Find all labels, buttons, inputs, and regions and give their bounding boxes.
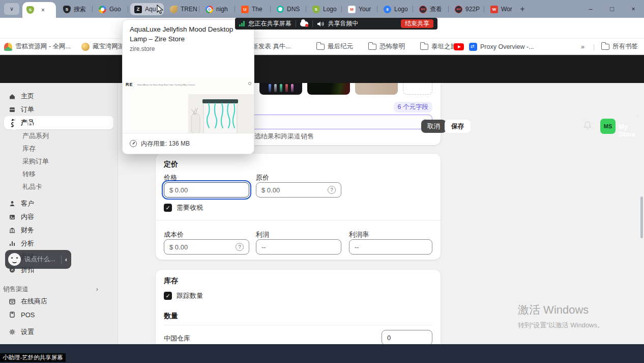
screenshare-chat-overlay[interactable]: 说点什么... ‹ <box>5 250 71 269</box>
browser-tab[interactable]: 查看 <box>415 3 449 15</box>
brand-name: shopify <box>22 119 55 130</box>
margin-input[interactable]: -- <box>349 239 432 255</box>
checkbox-checked-icon[interactable]: ✓ <box>164 204 172 212</box>
sidebar-item-pos[interactable]: POS <box>0 308 118 321</box>
header-collapse-icon[interactable]: ‹ <box>636 112 638 119</box>
mouse-cursor <box>157 5 163 14</box>
sidebar-item-online-store[interactable]: 在线商店 <box>0 295 118 308</box>
all-bookmarks-button[interactable]: 所有书签 <box>601 39 638 54</box>
browser-tab[interactable]: The <box>237 3 271 15</box>
end-share-button[interactable]: 结束共享 <box>401 19 433 28</box>
bookmark-folder[interactable]: 泰坦之旅 <box>420 39 457 54</box>
profit-label: 利润 <box>256 230 269 239</box>
notifications-bell-icon[interactable] <box>583 121 592 130</box>
bookmarks-overflow-icon[interactable]: » <box>581 39 584 54</box>
sidebar-item-transfers[interactable]: 转移 <box>0 167 118 180</box>
maximize-icon: □ <box>610 5 614 13</box>
track-quantity-checkbox-row[interactable]: ✓ 跟踪数量 <box>164 291 203 300</box>
browser-tab[interactable]: nigh <box>201 3 235 15</box>
sidebar-item-customers[interactable]: 客户 <box>0 197 118 210</box>
shopify-favicon <box>26 6 34 14</box>
add-media-placeholder[interactable] <box>403 83 432 95</box>
tab-close-icon[interactable]: × <box>41 7 45 14</box>
tab-search-chevron-icon: ∨ <box>10 6 14 12</box>
quantity-input[interactable]: 0 <box>382 330 432 345</box>
sidebar-item-settings[interactable]: 设置 <box>0 325 118 339</box>
save-button[interactable]: 保存 <box>445 120 471 133</box>
chat-input-placeholder[interactable]: 说点什么... <box>24 255 57 264</box>
browser-tab[interactable]: Your <box>344 3 377 15</box>
pricing-title: 定价 <box>164 160 178 169</box>
sidebar-item-gift-cards[interactable]: 礼品卡 <box>0 180 118 193</box>
profit-input[interactable]: -- <box>256 239 341 255</box>
browser-tab[interactable]: DNS <box>273 3 306 15</box>
sidebar-item-finance[interactable]: 财务 <box>0 224 118 237</box>
tab-label: Goo <box>109 6 121 13</box>
browser-tab-strip: ∨ × 搜索 Goo Aqu TREN nigh The <box>0 0 644 18</box>
blue-app-favicon <box>384 6 391 13</box>
share-status-text: 您正在共享屏幕 <box>249 19 291 28</box>
tab-label: nigh <box>216 6 228 13</box>
tab-label: The <box>252 6 262 13</box>
checkbox-checked-icon[interactable]: ✓ <box>164 292 172 300</box>
store-avatar[interactable]: MS <box>600 119 616 134</box>
sidebar-item-content[interactable]: 内容 <box>0 210 118 224</box>
bookmark-item[interactable]: 藏宝湾网游 <box>81 39 125 54</box>
charge-tax-checkbox-row[interactable]: ✓ 需要收税 <box>164 203 203 212</box>
browser-tab[interactable]: 搜索 <box>59 3 93 15</box>
new-tab-button[interactable]: + <box>517 4 528 15</box>
select-helper-text: 选结果和跨渠道销售 <box>254 132 314 141</box>
browser-tab[interactable]: Logo <box>379 3 413 15</box>
cancel-button[interactable]: 取消 <box>421 120 446 133</box>
window-minimize-button[interactable]: – <box>580 0 601 18</box>
window-maximize-button[interactable]: □ <box>601 0 623 18</box>
product-thumbnail[interactable] <box>259 83 302 95</box>
sidebar-item-home[interactable]: 主页 <box>0 90 118 103</box>
bookmarks-bar: 雪糕资源网 - 全网... 藏宝湾网游 读-最新发表 真牛... 最后纪元 恐怖… <box>0 39 644 54</box>
pos-icon <box>8 311 16 319</box>
browser-tab-active[interactable]: × <box>22 2 56 18</box>
browser-tab[interactable]: Goo <box>95 3 128 15</box>
orange-u-favicon <box>241 6 249 13</box>
browser-tab[interactable]: TREN <box>166 3 199 15</box>
tab-label: 搜索 <box>74 5 86 14</box>
bookmark-item[interactable]: Proxy Overview -... <box>469 39 534 54</box>
sales-channels-header[interactable]: 销售渠道 › <box>0 284 118 295</box>
quantity-header: 数量 <box>164 312 178 321</box>
tab-preview-popup: AquaLuxe Jellyfish Mood Desktop Lamp – Z… <box>122 19 254 154</box>
shopify-favicon <box>63 6 71 13</box>
help-icon[interactable]: ? <box>236 243 244 251</box>
price-input[interactable]: $ 0.00 <box>164 182 249 198</box>
bookmark-item[interactable]: 雪糕资源网 - 全网... <box>4 39 71 54</box>
chat-collapse-icon[interactable]: ‹ <box>65 256 67 263</box>
bar-chart-icon <box>8 239 16 247</box>
browser-tab[interactable]: Logo <box>308 3 342 15</box>
shopify-bag-icon <box>7 118 19 131</box>
shopify-admin-header: shopify 取消 保存 MS My Store ‹ <box>0 55 644 83</box>
tab-memory-footer: 内存用量: 136 MB <box>123 133 254 154</box>
page-scrollbar[interactable] <box>640 197 643 238</box>
bookmark-folder[interactable]: 最后纪元 <box>316 39 353 54</box>
cost-input[interactable]: $ 0.00 ? <box>164 239 249 255</box>
sidebar-item-inventory[interactable]: 库存 <box>0 142 118 155</box>
bookmark-item-youtube[interactable] <box>454 39 467 54</box>
tab-label: Wor <box>501 6 512 13</box>
sidebar-item-purchase-orders[interactable]: 采购订单 <box>0 155 118 167</box>
sidebar-item-orders[interactable]: 订单 <box>0 103 118 116</box>
metafields-link[interactable]: 6 个元字段 <box>394 102 432 113</box>
bookmark-folder[interactable]: 恐怖黎明 <box>368 39 405 54</box>
tab-label: 查看 <box>430 5 442 14</box>
memory-usage-text: 内存用量: 136 MB <box>141 139 190 148</box>
sidebar-item-analytics[interactable]: 分析 <box>0 237 118 250</box>
help-icon[interactable]: ? <box>328 186 336 194</box>
compare-price-input[interactable]: $ 0.00 ? <box>256 182 341 198</box>
product-thumbnail[interactable] <box>307 83 350 95</box>
storefront-icon <box>8 297 16 305</box>
tab-label: Your <box>359 6 371 13</box>
browser-tab[interactable]: Wor <box>486 3 517 15</box>
window-close-button[interactable]: × <box>623 0 644 18</box>
tab-search-button[interactable]: ∨ <box>4 3 19 15</box>
browser-tab[interactable]: 922P <box>451 3 484 15</box>
product-thumbnail[interactable] <box>355 83 398 95</box>
sidebar-item-collections[interactable]: 产品系列 <box>0 129 118 142</box>
